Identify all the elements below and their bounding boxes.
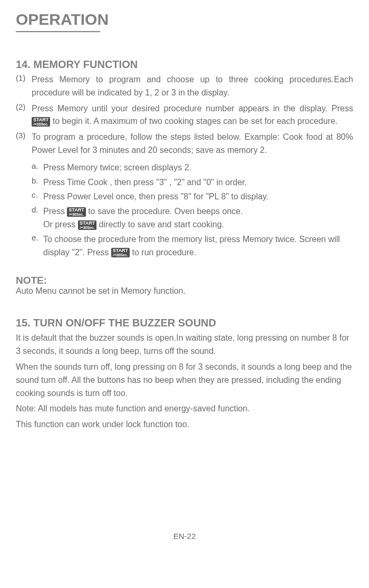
sub-list: a. Press Memory twice; screen displays 2… bbox=[32, 161, 353, 259]
text-segment: Press Memory until your desired procedur… bbox=[32, 104, 353, 113]
start-label-bottom: /+30Sec. bbox=[33, 122, 48, 126]
buzzer-paragraph: This function can work under lock functi… bbox=[16, 418, 353, 431]
text-segment: directly to save and start cooking. bbox=[99, 220, 224, 229]
text-segment: to save the procedure. Oven beeps once. bbox=[88, 207, 243, 216]
note-heading: NOTE: bbox=[16, 275, 353, 286]
buzzer-paragraph: It is default that the buzzer sounds is … bbox=[16, 332, 353, 358]
start-button-icon: START /+30Sec. bbox=[111, 248, 130, 257]
note-text: Auto Menu cannot be set in Memory functi… bbox=[16, 286, 353, 296]
title-underline bbox=[16, 31, 100, 32]
sub-list-item: b. Press Time Cook , then press "3" , "2… bbox=[32, 176, 353, 189]
item-text: Press Memory until your desired procedur… bbox=[32, 102, 353, 129]
sub-list-item: c. Press Power Level once, then press "8… bbox=[32, 190, 353, 204]
start-button-icon: START /+30Sec. bbox=[32, 117, 50, 127]
start-button-icon: START /+30Sec. bbox=[78, 220, 96, 230]
sub-text: Press Power Level once, then press "8" f… bbox=[43, 190, 353, 204]
sub-label: a. bbox=[32, 161, 43, 175]
text-segment: Or press bbox=[43, 220, 78, 229]
section-15-heading: 15. TURN ON/OFF THE BUZZER SOUND bbox=[16, 317, 353, 329]
sub-list-item: a. Press Memory twice; screen displays 2… bbox=[32, 161, 353, 175]
sub-list-item: d. Press START /+30Sec. to save the proc… bbox=[32, 205, 353, 232]
sub-label: e. bbox=[32, 233, 43, 259]
sub-text: Press START /+30Sec. to save the procedu… bbox=[43, 205, 353, 232]
sub-label: c. bbox=[32, 190, 43, 204]
text-segment: to run procedure. bbox=[132, 248, 197, 257]
start-label-top: START bbox=[80, 221, 95, 226]
start-label-top: START bbox=[113, 248, 128, 253]
item-number: (2) bbox=[16, 102, 32, 129]
buzzer-paragraph: Note: All models has mute function and e… bbox=[16, 402, 353, 416]
item-text: To program a procedure, follow the steps… bbox=[32, 131, 353, 157]
sub-text: Press Memory twice; screen displays 2. bbox=[43, 161, 353, 175]
item-number: (3) bbox=[16, 131, 32, 157]
item-number: (1) bbox=[16, 73, 32, 100]
item-text: Press Memory to program and choose up to… bbox=[32, 73, 353, 100]
start-label-bottom: /+30Sec. bbox=[69, 213, 84, 216]
text-segment: to begin it. A maximum of two cooking st… bbox=[53, 117, 338, 126]
sub-label: b. bbox=[32, 176, 43, 189]
list-item: (1) Press Memory to program and choose u… bbox=[16, 73, 353, 100]
buzzer-paragraph: When the sounds turn off, long pressing … bbox=[16, 361, 353, 400]
list-item: (2) Press Memory until your desired proc… bbox=[16, 102, 353, 129]
page-number: EN-22 bbox=[16, 532, 353, 541]
page-title: OPERATION bbox=[16, 11, 353, 28]
start-button-icon: START /+30Sec. bbox=[67, 207, 85, 217]
list-item: (3) To program a procedure, follow the s… bbox=[16, 131, 353, 157]
sub-text: Press Time Cook , then press "3" , "2" a… bbox=[43, 176, 353, 189]
start-label-top: START bbox=[33, 118, 48, 122]
start-label-bottom: /+30Sec. bbox=[80, 226, 95, 229]
sub-label: d. bbox=[32, 205, 43, 232]
section-14-heading: 14. MEMORY FUNCTION bbox=[16, 59, 353, 71]
start-label-bottom: /+30Sec. bbox=[113, 253, 128, 257]
sub-list-item: e. To choose the procedure from the memo… bbox=[32, 233, 353, 259]
numbered-list: (1) Press Memory to program and choose u… bbox=[16, 73, 353, 157]
text-segment: Press bbox=[43, 207, 67, 216]
sub-text: To choose the procedure from the memory … bbox=[43, 233, 353, 259]
start-label-top: START bbox=[69, 208, 84, 213]
